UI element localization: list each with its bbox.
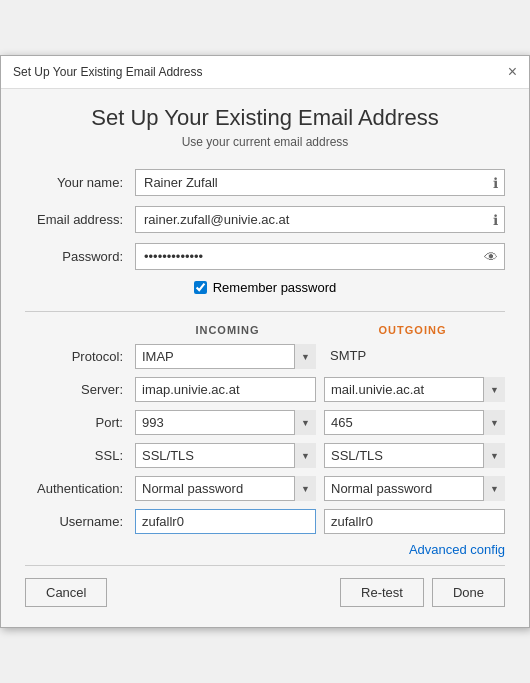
name-input[interactable] [135, 169, 505, 196]
outgoing-auth-dropdown[interactable]: ▼ [483, 476, 505, 501]
incoming-protocol-dropdown[interactable]: ▼ [294, 344, 316, 369]
advanced-config-link[interactable]: Advanced config [409, 542, 505, 557]
username-row: Username: [25, 509, 505, 534]
title-bar-text: Set Up Your Existing Email Address [13, 65, 202, 79]
remember-password-label[interactable]: Remember password [213, 280, 337, 295]
ssl-row: SSL: ▼ ▼ [25, 443, 505, 468]
email-row: Email address: ℹ [25, 206, 505, 233]
dialog-body: Set Up Your Existing Email Address Use y… [1, 89, 529, 627]
email-input[interactable] [135, 206, 505, 233]
divider [25, 311, 505, 312]
outgoing-auth-wrap: ▼ [324, 476, 505, 501]
incoming-port-dropdown[interactable]: ▼ [294, 410, 316, 435]
password-eye-icon[interactable]: 👁 [484, 249, 498, 265]
incoming-column-label: INCOMING [135, 324, 320, 336]
username-label: Username: [25, 514, 135, 529]
server-fields: ▼ [135, 377, 505, 402]
outgoing-server-dropdown[interactable]: ▼ [483, 377, 505, 402]
password-row: Password: 👁 [25, 243, 505, 270]
incoming-ssl-wrap: ▼ [135, 443, 316, 468]
outgoing-auth-input[interactable] [324, 476, 505, 501]
incoming-port-wrap: ▼ [135, 410, 316, 435]
password-input-wrapper: 👁 [135, 243, 505, 270]
name-info-icon: ℹ [493, 175, 498, 191]
password-label: Password: [25, 249, 135, 264]
incoming-auth-wrap: ▼ [135, 476, 316, 501]
outgoing-username-wrap [324, 509, 505, 534]
email-input-wrapper: ℹ [135, 206, 505, 233]
remember-password-checkbox[interactable] [194, 281, 207, 294]
name-input-wrapper: ℹ [135, 169, 505, 196]
remember-password-row: Remember password [25, 280, 505, 295]
title-bar: Set Up Your Existing Email Address × [1, 56, 529, 89]
incoming-server-wrap [135, 377, 316, 402]
incoming-server-input[interactable] [135, 377, 316, 402]
outgoing-ssl-wrap: ▼ [324, 443, 505, 468]
advanced-config-row: Advanced config [25, 542, 505, 557]
incoming-port-input[interactable] [135, 410, 316, 435]
incoming-username-input[interactable] [135, 509, 316, 534]
auth-row: Authentication: ▼ ▼ [25, 476, 505, 501]
auth-label: Authentication: [25, 481, 135, 496]
incoming-username-wrap [135, 509, 316, 534]
server-column-headers: INCOMING OUTGOING [135, 324, 505, 336]
done-button[interactable]: Done [432, 578, 505, 607]
button-row: Cancel Re-test Done [25, 565, 505, 615]
incoming-auth-input[interactable] [135, 476, 316, 501]
protocol-row: Protocol: ▼ SMTP [25, 344, 505, 369]
outgoing-protocol-static: SMTP [324, 344, 505, 367]
email-label: Email address: [25, 212, 135, 227]
server-section: INCOMING OUTGOING Protocol: ▼ SMTP [25, 324, 505, 557]
email-info-icon: ℹ [493, 212, 498, 228]
ssl-label: SSL: [25, 448, 135, 463]
outgoing-ssl-input[interactable] [324, 443, 505, 468]
close-button[interactable]: × [508, 64, 517, 80]
outgoing-column-label: OUTGOING [320, 324, 505, 336]
ssl-fields: ▼ ▼ [135, 443, 505, 468]
incoming-auth-dropdown[interactable]: ▼ [294, 476, 316, 501]
server-label: Server: [25, 382, 135, 397]
outgoing-port-dropdown[interactable]: ▼ [483, 410, 505, 435]
port-fields: ▼ ▼ [135, 410, 505, 435]
outgoing-ssl-dropdown[interactable]: ▼ [483, 443, 505, 468]
outgoing-server-input[interactable] [324, 377, 505, 402]
protocol-fields: ▼ SMTP [135, 344, 505, 369]
incoming-protocol-input[interactable] [135, 344, 316, 369]
incoming-ssl-input[interactable] [135, 443, 316, 468]
outgoing-server-wrap: ▼ [324, 377, 505, 402]
outgoing-username-input[interactable] [324, 509, 505, 534]
cancel-button[interactable]: Cancel [25, 578, 107, 607]
right-buttons: Re-test Done [340, 578, 505, 607]
password-input[interactable] [135, 243, 505, 270]
dialog: Set Up Your Existing Email Address × Set… [0, 55, 530, 628]
outgoing-protocol-wrap: SMTP [324, 344, 505, 369]
incoming-protocol-wrap: ▼ [135, 344, 316, 369]
port-label: Port: [25, 415, 135, 430]
dialog-title: Set Up Your Existing Email Address [25, 105, 505, 131]
server-row: Server: ▼ [25, 377, 505, 402]
outgoing-port-wrap: ▼ [324, 410, 505, 435]
auth-fields: ▼ ▼ [135, 476, 505, 501]
dialog-subtitle: Use your current email address [25, 135, 505, 149]
incoming-ssl-dropdown[interactable]: ▼ [294, 443, 316, 468]
port-row: Port: ▼ ▼ [25, 410, 505, 435]
outgoing-port-input[interactable] [324, 410, 505, 435]
name-label: Your name: [25, 175, 135, 190]
name-row: Your name: ℹ [25, 169, 505, 196]
protocol-label: Protocol: [25, 349, 135, 364]
retest-button[interactable]: Re-test [340, 578, 424, 607]
username-fields [135, 509, 505, 534]
